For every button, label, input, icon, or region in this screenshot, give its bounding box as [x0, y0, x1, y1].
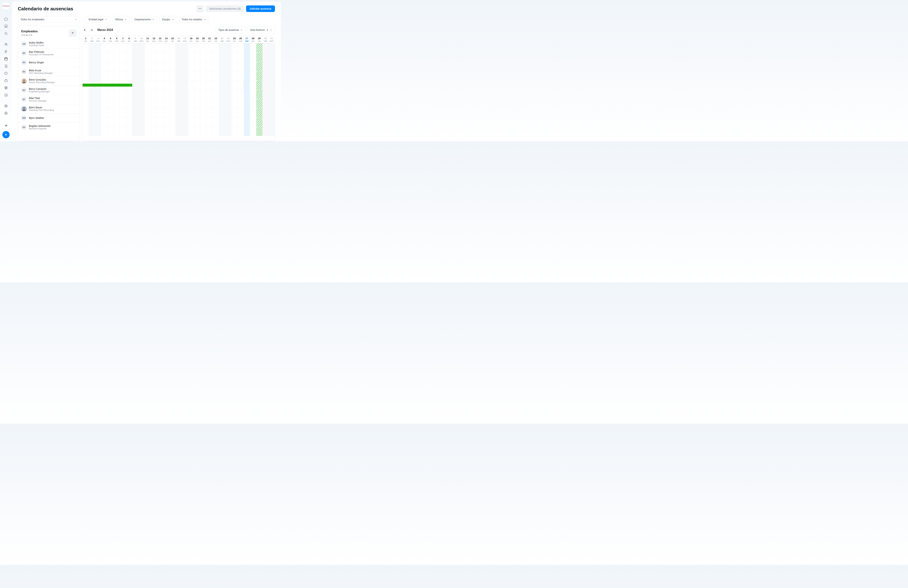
calendar-cell[interactable]: [207, 117, 213, 127]
day-header[interactable]: 27mié: [244, 36, 250, 43]
calendar-cell[interactable]: [157, 62, 163, 71]
calendar-cell[interactable]: [101, 53, 107, 62]
calendar-cell[interactable]: [194, 71, 201, 80]
nav-help[interactable]: [3, 110, 9, 117]
add-employee-button[interactable]: [69, 29, 76, 37]
calendar-cell[interactable]: [132, 53, 138, 62]
calendar-body[interactable]: [83, 43, 275, 136]
calendar-cell[interactable]: [126, 43, 132, 53]
calendar-cell[interactable]: [238, 99, 244, 108]
calendar-cell[interactable]: [182, 53, 188, 62]
calendar-cell[interactable]: [188, 108, 194, 117]
day-header[interactable]: 25lun: [231, 36, 238, 43]
calendar-cell[interactable]: [194, 117, 201, 127]
day-header[interactable]: 8vie: [126, 36, 132, 43]
calendar-cell[interactable]: [126, 127, 132, 136]
calendar-cell[interactable]: [120, 127, 126, 136]
calendar-cell[interactable]: [175, 71, 182, 80]
calendar-cell[interactable]: [95, 108, 101, 117]
employees-list[interactable]: AMAubry MullenTeamlead SalesBPBao Peters…: [18, 39, 80, 141]
calendar-cell[interactable]: [145, 90, 151, 99]
calendar-cell[interactable]: [138, 43, 145, 53]
filter-department[interactable]: Departamento: [132, 16, 158, 23]
calendar-cell[interactable]: [200, 80, 206, 90]
absence-bar[interactable]: [83, 84, 132, 87]
calendar-cell[interactable]: [219, 71, 225, 80]
calendar-cell[interactable]: [269, 99, 275, 108]
day-header[interactable]: 31dom: [269, 36, 275, 43]
calendar-cell[interactable]: [163, 117, 169, 127]
calendar-cell[interactable]: [108, 90, 114, 99]
calendar-cell[interactable]: [120, 99, 126, 108]
calendar-cell[interactable]: [114, 99, 120, 108]
calendar-cell[interactable]: [194, 108, 201, 117]
calendar-cell[interactable]: [157, 99, 163, 108]
calendar-cell[interactable]: [194, 43, 201, 53]
nav-globe[interactable]: [3, 85, 9, 91]
day-header[interactable]: 1vie: [83, 36, 89, 43]
day-header[interactable]: 2sáb: [89, 36, 95, 43]
calendar-cell[interactable]: [169, 53, 175, 62]
calendar-cell[interactable]: [163, 62, 169, 71]
calendar-cell[interactable]: [207, 99, 213, 108]
calendar-cell[interactable]: [95, 53, 101, 62]
calendar-cell[interactable]: [194, 53, 201, 62]
calendar-cell[interactable]: [169, 80, 175, 90]
calendar-cell[interactable]: [256, 127, 262, 136]
calendar-cell[interactable]: [101, 108, 107, 117]
calendar-cell[interactable]: [83, 53, 89, 62]
calendar-cell[interactable]: [89, 108, 95, 117]
calendar-cell[interactable]: [157, 43, 163, 53]
calendar-cell[interactable]: [232, 90, 238, 99]
calendar-cell[interactable]: [83, 62, 89, 71]
calendar-cell[interactable]: [132, 43, 138, 53]
calendar-cell[interactable]: [201, 99, 207, 108]
calendar-cell[interactable]: [262, 99, 269, 108]
calendar-cell[interactable]: [194, 90, 201, 99]
calendar-cell[interactable]: [244, 43, 250, 53]
calendar-cell[interactable]: [232, 53, 238, 62]
calendar-cell[interactable]: [169, 99, 175, 108]
calendar-cell[interactable]: [138, 127, 145, 136]
calendar-cell[interactable]: [101, 43, 107, 53]
day-header[interactable]: 22vie: [213, 36, 219, 43]
calendar-cell[interactable]: [188, 99, 194, 108]
calendar-cell[interactable]: [114, 71, 120, 80]
calendar-cell[interactable]: [250, 127, 256, 136]
calendar-cell[interactable]: [213, 117, 219, 127]
calendar-cell[interactable]: [256, 117, 262, 127]
calendar-cell[interactable]: [120, 90, 126, 99]
calendar-row[interactable]: [83, 90, 275, 99]
calendar-cell[interactable]: [151, 99, 157, 108]
calendar-cell[interactable]: [132, 99, 138, 108]
calendar-cell[interactable]: [114, 127, 120, 136]
calendar-cell[interactable]: [250, 62, 256, 71]
calendar-cell[interactable]: [175, 43, 182, 53]
calendar-cell[interactable]: [89, 99, 95, 108]
employee-row[interactable]: BTBilal ThielPersonio Manager: [18, 95, 80, 104]
calendar-cell[interactable]: [175, 127, 182, 136]
day-header[interactable]: 12mar: [151, 36, 157, 43]
calendar-cell[interactable]: [232, 117, 238, 127]
next-month-button[interactable]: [89, 27, 94, 32]
calendar-row[interactable]: [83, 127, 275, 136]
app-logo[interactable]: Personio: [3, 3, 10, 10]
calendar-cell[interactable]: [256, 43, 262, 53]
calendar-cell[interactable]: [157, 90, 163, 99]
calendar-cell[interactable]: [138, 71, 145, 80]
calendar-cell[interactable]: [163, 80, 169, 90]
calendar-cell[interactable]: [225, 80, 231, 90]
calendar-cell[interactable]: [145, 71, 151, 80]
calendar-cell[interactable]: [213, 99, 219, 108]
nav-reports[interactable]: [3, 92, 9, 98]
filter-office[interactable]: Oficina: [112, 16, 130, 23]
calendar-cell[interactable]: [219, 80, 225, 90]
calendar-cell[interactable]: [225, 108, 232, 117]
calendar-cell[interactable]: [145, 108, 151, 117]
calendar-cell[interactable]: [262, 117, 269, 127]
calendar-cell[interactable]: [175, 53, 182, 62]
calendar-cell[interactable]: [163, 53, 169, 62]
calendar-cell[interactable]: [219, 117, 225, 127]
calendar-cell[interactable]: [213, 108, 219, 117]
calendar-cell[interactable]: [262, 90, 269, 99]
